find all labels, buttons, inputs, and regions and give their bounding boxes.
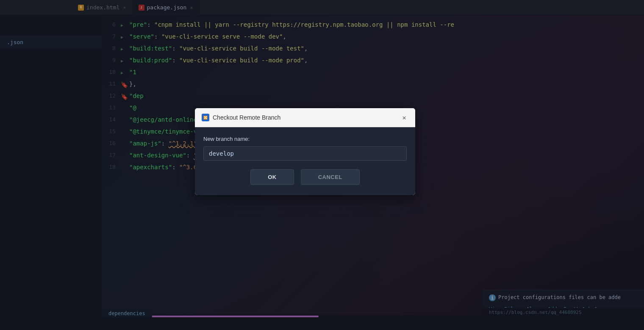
modal-input-label: New branch name: <box>203 136 407 142</box>
modal-ok-button[interactable]: OK <box>250 169 294 185</box>
modal-icon-text: 🔀 <box>203 116 208 120</box>
checkout-branch-modal: 🔀 Checkout Remote Branch × New branch na… <box>195 108 415 195</box>
modal-close-button[interactable]: × <box>400 113 408 122</box>
modal-header: 🔀 Checkout Remote Branch × <box>195 108 415 127</box>
modal-overlay: 🔀 Checkout Remote Branch × New branch na… <box>0 0 644 330</box>
branch-name-input[interactable] <box>203 146 407 161</box>
modal-title: Checkout Remote Branch <box>213 114 397 121</box>
modal-body: New branch name: OK CANCEL <box>195 127 415 195</box>
modal-buttons: OK CANCEL <box>203 169 407 185</box>
modal-title-icon: 🔀 <box>202 114 209 121</box>
modal-cancel-button[interactable]: CANCEL <box>301 169 360 185</box>
